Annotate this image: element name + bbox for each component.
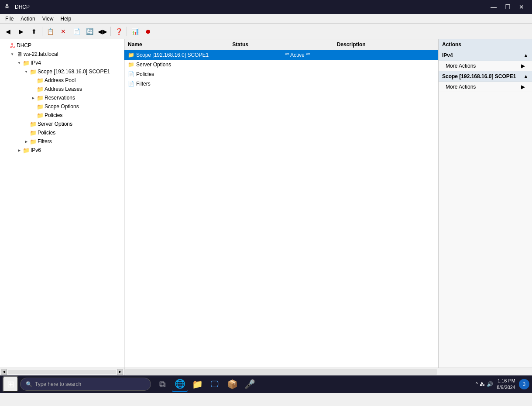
col-status: Status (229, 40, 333, 49)
expander-server[interactable] (9, 51, 16, 58)
menu-help[interactable]: Help (57, 14, 75, 23)
row-label-scope: Scope [192.168.16.0] SCOPE1 (136, 52, 209, 58)
close-button[interactable]: ✕ (515, 1, 528, 13)
notification-badge[interactable]: 3 (519, 379, 529, 389)
expander-ipv4[interactable] (16, 59, 23, 66)
tray-volume[interactable]: 🔊 (487, 381, 493, 387)
export-button[interactable]: ◀▶ (96, 25, 109, 38)
addrpool-icon: 📁 (37, 77, 44, 84)
taskbar-right: ^ 🖧 🔊 1:16 PM 8/6/2024 3 (476, 378, 529, 391)
tray-network[interactable]: 🖧 (480, 381, 485, 387)
properties-button[interactable]: 📄 (70, 25, 82, 38)
show-scope-button[interactable]: 📋 (44, 25, 56, 38)
reservations-icon: 📁 (37, 94, 44, 101)
tree-node-dhcp[interactable]: 🖧 DHCP (0, 41, 124, 50)
up-button[interactable]: ⬆ (28, 25, 40, 38)
content-scrollbar[interactable] (124, 368, 438, 375)
content-scroll-track[interactable] (125, 369, 437, 375)
actions-more-scope[interactable]: More Actions ▶ (439, 82, 532, 92)
console-button[interactable]: 📊 (129, 25, 141, 38)
tree-node-ipv6[interactable]: 📁 IPv6 (0, 146, 124, 155)
expander-addrleases (30, 86, 37, 93)
refresh-button[interactable]: 🔄 (83, 25, 96, 38)
actions-section-scope[interactable]: Scope [192.168.16.0] SCOPE1 ▲ (439, 71, 532, 82)
tree-node-serveroptions[interactable]: 📁 Server Options (0, 120, 124, 128)
taskbar-remote[interactable]: 🖵 (207, 376, 223, 392)
tree-scroll-track[interactable] (8, 370, 116, 374)
taskbar: ⊞ 🔍 Type here to search ⧉ 🌐 📁 🖵 📦 🎤 ^ 🖧 … (0, 375, 532, 393)
tree-panel: 🖧 DHCP 🖥 ws-22.lab.local 📁 IPv4 📁 Scope … (0, 39, 124, 368)
tree-label-ipv6: IPv6 (31, 147, 41, 153)
taskbar-packages[interactable]: 📦 (224, 376, 240, 392)
content-panel: Name Status Description 📁 Scope [192.168… (124, 39, 438, 368)
tree-node-filters[interactable]: 📁 Filters (0, 137, 124, 146)
tree-node-scope[interactable]: 📁 Scope [192.168.16.0] SCOPE1 (0, 67, 124, 76)
actions-title: Actions (439, 39, 532, 50)
app-icon: 🖧 (4, 3, 11, 10)
tree-node-ipv4[interactable]: 📁 IPv4 (0, 58, 124, 67)
tree-label-policies-main: Policies (38, 130, 55, 136)
row-label-filters: Filters (136, 81, 151, 87)
record-button[interactable]: ⏺ (142, 25, 154, 38)
expander-dhcp[interactable] (2, 42, 9, 49)
content-row-filters[interactable]: 📄 Filters (124, 79, 438, 89)
actions-title-label: Actions (442, 41, 461, 48)
expander-reservations[interactable] (30, 94, 37, 101)
menu-file[interactable]: File (2, 14, 17, 23)
tree-node-policies-scope[interactable]: 📁 Policies (0, 111, 124, 120)
tree-node-scopeoptions[interactable]: 📁 Scope Options (0, 102, 124, 111)
content-header: Name Status Description (124, 39, 438, 50)
clock-time: 1:16 PM (497, 378, 515, 384)
tree-scrollbar[interactable]: ◀ ▶ (0, 368, 124, 375)
delete-button[interactable]: ✕ (57, 25, 69, 38)
menu-view[interactable]: View (39, 14, 57, 23)
expander-scope[interactable] (23, 68, 30, 75)
taskbar-explorer[interactable]: 📁 (189, 376, 205, 392)
cell-name-scope: 📁 Scope [192.168.16.0] SCOPE1 (126, 52, 283, 58)
expander-ipv6[interactable] (16, 147, 23, 154)
scroll-right-arrow[interactable]: ▶ (117, 369, 123, 375)
ipv4-section-label: IPv4 (442, 52, 453, 58)
content-row-scope[interactable]: 📁 Scope [192.168.16.0] SCOPE1 ** Active … (124, 50, 438, 60)
help-button[interactable]: ❓ (113, 25, 125, 38)
actions-section-ipv4[interactable]: IPv4 ▲ (439, 50, 532, 61)
scrollbar-area: ◀ ▶ (0, 368, 532, 375)
title-bar: 🖧 DHCP — ❐ ✕ (0, 0, 532, 14)
actions-scrollbar-space (438, 368, 532, 375)
cell-name-policies: 📄 Policies (126, 71, 283, 77)
tree-node-policies-main[interactable]: 📁 Policies (0, 128, 124, 137)
window-title: DHCP (15, 4, 30, 10)
policies-scope-icon: 📁 (37, 112, 44, 119)
content-row-policies[interactable]: 📄 Policies (124, 69, 438, 79)
tray-chevron[interactable]: ^ (476, 381, 478, 387)
cell-status-scope: ** Active ** (283, 52, 362, 58)
expander-filters[interactable] (23, 138, 30, 145)
forward-button[interactable]: ▶ (15, 25, 27, 38)
row-icon-filters: 📄 (128, 81, 134, 87)
tree-label-addrpool: Address Pool (45, 77, 76, 83)
menu-action[interactable]: Action (17, 14, 38, 23)
search-bar[interactable]: 🔍 Type here to search (20, 378, 151, 391)
cell-name-serveroptions: 📁 Server Options (126, 62, 283, 68)
minimize-button[interactable]: — (487, 1, 500, 13)
maximize-button[interactable]: ❐ (501, 1, 514, 13)
taskbar-audio[interactable]: 🎤 (242, 376, 257, 392)
tree-node-reservations[interactable]: 📁 Reservations (0, 93, 124, 102)
tree-node-server[interactable]: 🖥 ws-22.lab.local (0, 50, 124, 58)
toolbar: ◀ ▶ ⬆ 📋 ✕ 📄 🔄 ◀▶ ❓ 📊 ⏺ (0, 24, 532, 39)
taskbar-clock[interactable]: 1:16 PM 8/6/2024 (497, 378, 515, 391)
filters-icon: 📁 (30, 138, 37, 145)
search-placeholder[interactable]: Type here to search (35, 381, 81, 387)
actions-more-ipv4[interactable]: More Actions ▶ (439, 61, 532, 71)
back-button[interactable]: ◀ (2, 25, 14, 38)
taskbar-edge[interactable]: 🌐 (172, 376, 188, 392)
tree-node-addrleases[interactable]: 📁 Address Leases (0, 85, 124, 93)
dhcp-icon: 🖧 (9, 42, 16, 49)
col-name: Name (124, 40, 229, 49)
row-icon-scope: 📁 (128, 52, 134, 58)
start-button[interactable]: ⊞ (3, 376, 18, 392)
tree-node-addrpool[interactable]: 📁 Address Pool (0, 76, 124, 85)
content-row-serveroptions[interactable]: 📁 Server Options (124, 60, 438, 69)
taskbar-taskview[interactable]: ⧉ (154, 376, 170, 392)
scroll-left-arrow[interactable]: ◀ (1, 369, 7, 375)
